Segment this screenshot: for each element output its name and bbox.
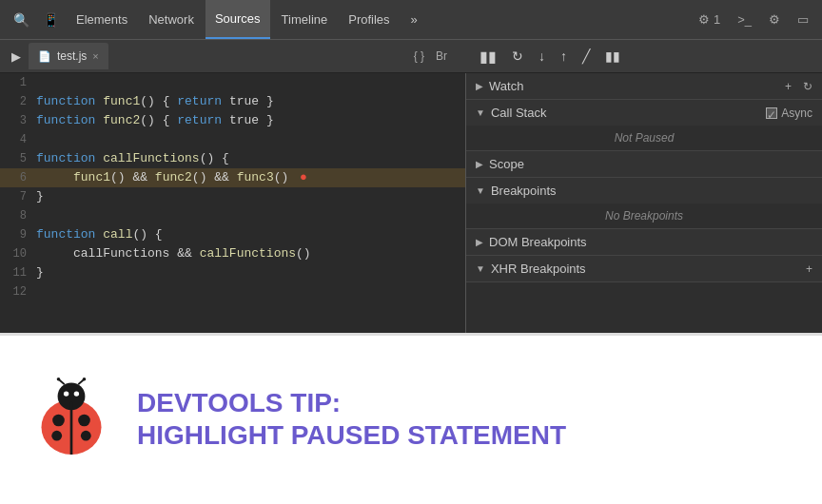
svg-point-5 (51, 430, 62, 440)
breakpoints-section: ▼ Breakpoints No Breakpoints (466, 178, 822, 229)
xhr-breakpoints-arrow: ▼ (476, 263, 485, 274)
file-tab[interactable]: 📄 test.js × (29, 43, 108, 69)
play-button[interactable]: ▶ (8, 48, 25, 66)
callstack-section: ▼ Call Stack ✓ Async Not Paused (466, 100, 822, 151)
breakpoints-header[interactable]: ▼ Breakpoints (466, 178, 822, 204)
code-line-2: 2 function func1() { return true } (0, 92, 465, 111)
breakpoints-content: No Breakpoints (466, 204, 822, 228)
step-over-button[interactable]: ↻ (508, 47, 527, 66)
main-area: 1 2 function func1() { return true } 3 f… (0, 73, 822, 333)
mobile-icon[interactable]: 📱 (37, 9, 65, 31)
code-line-1: 1 (0, 73, 465, 92)
dock-icon[interactable]: ▭ (792, 10, 814, 29)
pause-exceptions-button[interactable]: ▮▮ (601, 47, 624, 66)
async-label-text: Async (781, 107, 812, 120)
watch-arrow: ▶ (476, 81, 483, 91)
tab-timeline[interactable]: Timeline (272, 0, 338, 39)
tab-filename: test.js (57, 49, 87, 63)
step-into-button[interactable]: ↓ (535, 47, 549, 66)
pause-button[interactable]: ▮▮ (476, 46, 500, 68)
ladybug-icon (29, 378, 114, 463)
debug-left: ▶ 📄 test.js × { } Br (0, 43, 466, 69)
code-line-5: 5 function callFunctions() { (0, 149, 465, 168)
dom-breakpoints-arrow: ▶ (476, 237, 483, 247)
bottom-tip: DevTools Tip: Highlight Paused Statement (0, 333, 822, 504)
svg-point-11 (57, 378, 61, 381)
callstack-title: Call Stack (491, 106, 760, 120)
watch-add-button[interactable]: + (785, 80, 792, 93)
callstack-arrow: ▼ (476, 107, 485, 118)
xhr-breakpoints-header[interactable]: ▼ XHR Breakpoints + (466, 256, 822, 281)
debug-controls: ▮▮ ↻ ↓ ↑ ╱ ▮▮ (466, 46, 822, 68)
debug-toolbar: ▶ 📄 test.js × { } Br ▮▮ ↻ ↓ ↑ ╱ ▮▮ (0, 39, 822, 73)
scope-section: ▶ Scope (466, 151, 822, 178)
breakpoint-button[interactable]: Br (432, 48, 451, 65)
scope-arrow: ▶ (476, 159, 483, 169)
callstack-header[interactable]: ▼ Call Stack ✓ Async (466, 100, 822, 126)
svg-point-12 (83, 378, 87, 381)
code-line-8: 8 (0, 206, 465, 225)
deactivate-button[interactable]: ╱ (578, 47, 594, 66)
svg-point-8 (74, 391, 79, 396)
tab-more[interactable]: » (401, 0, 427, 39)
svg-point-3 (52, 414, 65, 426)
watch-title: Watch (489, 79, 779, 93)
breakpoints-title: Breakpoints (491, 184, 812, 198)
dom-breakpoints-section: ▶ DOM Breakpoints (466, 229, 822, 256)
watch-refresh-button[interactable]: ↻ (803, 80, 812, 93)
code-line-4: 4 (0, 130, 465, 149)
tab-profiles[interactable]: Profiles (339, 0, 399, 39)
code-line-12: 12 (0, 282, 465, 301)
breakpoints-arrow: ▼ (476, 185, 485, 196)
right-panel: ▶ Watch + ↻ ▼ Call Stack ✓ Async Not Pau… (466, 73, 822, 333)
svg-point-7 (64, 391, 68, 396)
toolbar-right: ⚙ 1 >_ ⚙ ▭ (693, 10, 814, 29)
tip-subtitle: Highlight Paused Statement (137, 418, 566, 453)
scope-header[interactable]: ▶ Scope (466, 151, 822, 177)
close-tab-button[interactable]: × (92, 50, 98, 62)
code-line-11: 11 } (0, 263, 465, 282)
code-panel[interactable]: 1 2 function func1() { return true } 3 f… (0, 73, 466, 333)
dom-breakpoints-header[interactable]: ▶ DOM Breakpoints (466, 229, 822, 255)
watch-header[interactable]: ▶ Watch + ↻ (466, 73, 822, 99)
pretty-print-button[interactable]: { } (410, 48, 428, 65)
code-line-10: 10 callFunctions && callFunctions() (0, 244, 465, 263)
search-icon[interactable]: 🔍 (8, 9, 35, 31)
top-toolbar: 🔍 📱 Elements Network Sources Timeline Pr… (0, 0, 822, 39)
callstack-content: Not Paused (466, 126, 822, 150)
code-line-9: 9 function call() { (0, 225, 465, 244)
scope-title: Scope (489, 157, 812, 171)
file-icon: 📄 (38, 50, 51, 63)
tip-title: DevTools Tip: (137, 387, 566, 419)
tab-elements[interactable]: Elements (67, 0, 137, 39)
settings-icon[interactable]: ⚙ (763, 10, 786, 29)
tip-text: DevTools Tip: Highlight Paused Statement (137, 387, 566, 454)
svg-point-4 (78, 414, 90, 426)
dom-breakpoints-title: DOM Breakpoints (489, 235, 812, 249)
async-checkbox[interactable]: ✓ (766, 107, 777, 119)
step-out-button[interactable]: ↑ (557, 47, 571, 66)
tab-sources[interactable]: Sources (206, 0, 270, 39)
svg-point-6 (81, 430, 91, 440)
xhr-add-button[interactable]: + (806, 262, 812, 276)
xhr-breakpoints-title: XHR Breakpoints (491, 262, 800, 276)
console-icon[interactable]: >_ (732, 10, 757, 29)
watch-section: ▶ Watch + ↻ (466, 73, 822, 100)
console-count[interactable]: ⚙ 1 (693, 10, 726, 29)
code-line-6: 6 func1() && func2() && func3() ● (0, 168, 465, 187)
xhr-breakpoints-section: ▼ XHR Breakpoints + (466, 256, 822, 282)
code-line-3: 3 function func2() { return true } (0, 111, 465, 130)
code-line-7: 7 } (0, 187, 465, 206)
tab-network[interactable]: Network (139, 0, 204, 39)
async-toggle[interactable]: ✓ Async (766, 107, 812, 120)
